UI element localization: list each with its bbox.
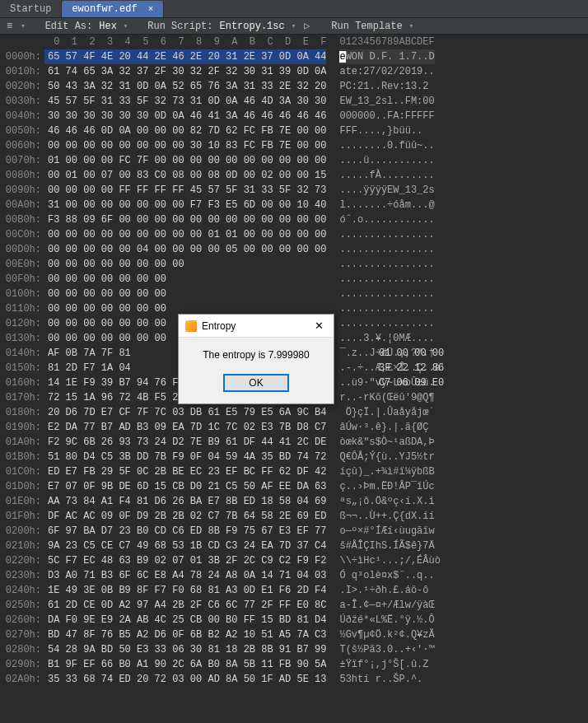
ascii-bytes[interactable]: Ö}çÏ.|.Ûaåyåjœ´	[339, 405, 434, 420]
run-script-value[interactable]: Entropy.1sc	[217, 21, 286, 32]
ascii-bytes[interactable]: ................	[339, 272, 434, 287]
ascii-bytes[interactable]: eWON D.F. 1.7..D	[339, 49, 434, 64]
hex-bytes[interactable]: BD 47 8F 76 B5 A2 D6 0F 6B B2 A2 10 51 A…	[44, 627, 326, 642]
hex-bytes[interactable]: 00 00 00 00 00 00 00 00 30 10 83 FC FB 7…	[44, 138, 326, 153]
hex-bytes[interactable]: 1E 49 3E 0B B9 8F F7 F0 68 81 A3 0D E1 F…	[44, 583, 326, 598]
ascii-bytes[interactable]: ................	[339, 287, 434, 301]
hex-row[interactable]: 01D0h:E7 07 0F 9B DE 6D 15 CB D0 21 C5 5…	[0, 479, 588, 494]
tab-startup[interactable]: Startup	[0, 1, 62, 17]
hex-bytes[interactable]: ED E7 FB 29 5F 0C 2B BE EC 23 EF BC FF 6…	[44, 464, 326, 479]
hex-bytes[interactable]: 20 D6 7D E7 CF 7F 7C 03 DB 61 E5 79 E5 6…	[44, 405, 326, 420]
hex-bytes[interactable]: 00 01 00 07 00 83 C0 08 00 08 0D 00 02 0…	[44, 168, 326, 183]
hex-row[interactable]: 0220h:5C F7 EC 48 63 B9 02 07 01 3B 2F 2…	[0, 553, 588, 568]
ascii-bytes[interactable]: r..-rKõ(Œëû'9@Q¶	[339, 390, 434, 405]
hex-bytes[interactable]: E2 DA 77 B7 AD B3 09 EA 7D 1C 7C 02 E3 7…	[44, 420, 326, 435]
hex-bytes[interactable]: DA F0 9E E9 2A AB 4C 25 CB 00 B0 FF 15 B…	[44, 613, 326, 627]
ascii-bytes[interactable]: Q€ÔÅ;Ý{ù..YJ5½tr	[339, 450, 434, 464]
hex-bytes[interactable]: 31 00 00 00 00 00 00 00 F7 F3 E5 6D 00 0…	[44, 198, 326, 212]
hex-row[interactable]: 0260h:DA F0 9E E9 2A AB 4C 25 CB 00 B0 F…	[0, 613, 588, 627]
hex-bytes[interactable]: 5C F7 EC 48 63 B9 02 07 01 3B 2F 2C C9 C…	[44, 553, 326, 568]
hex-bytes[interactable]: F3 88 09 6F 00 00 00 00 00 00 00 00 00 0…	[44, 212, 326, 227]
close-icon[interactable]: ×	[148, 4, 154, 14]
ascii-bytes[interactable]: .I>.¹÷ðh.£.áö-ô	[339, 583, 428, 598]
hex-bytes[interactable]: F2 9C 6B 26 93 73 24 D2 7E B9 61 DF 44 4…	[44, 435, 326, 450]
ascii-bytes[interactable]: ................	[339, 227, 434, 242]
tab-ewonfwr[interactable]: ewonfwr.edf ×	[62, 1, 164, 17]
ascii-bytes[interactable]: š#ÅÎÇIhS.ÍÃ$ê}7Ä	[339, 539, 434, 553]
ascii-bytes[interactable]: l.......÷óåm...@	[339, 198, 434, 212]
ascii-bytes[interactable]: ate:27/02/2019..	[339, 64, 434, 79]
hex-row[interactable]: 0070h:01 00 00 00 FC 7F 00 00 00 00 00 0…	[0, 153, 588, 168]
ascii-bytes[interactable]: âÚw·­³.ê}.|.ã{ØÇ	[339, 420, 428, 435]
hex-bytes[interactable]: 01 00 00 00 FC 7F 00 00 00 00 00 00 00 0…	[44, 153, 326, 168]
close-icon[interactable]: ✕	[311, 320, 327, 332]
ascii-bytes[interactable]: ........0.füû~..	[339, 138, 434, 153]
hex-row[interactable]: 01F0h:DF AC AC 09 0F D9 2B 2B 02 C7 7B 6…	[0, 509, 588, 524]
hex-bytes[interactable]: D3 A0 71 B3 6F 6C E8 A4 78 24 A8 0A 14 7…	[44, 568, 326, 583]
ascii-bytes[interactable]: ................	[339, 257, 434, 272]
ascii-bytes[interactable]: \\÷ìHc¹...;/,ÉÂùò	[339, 553, 440, 568]
hex-bytes[interactable]: 00 00 00 00 00 04 00 00 00 00 05 00 00 0…	[44, 242, 326, 257]
ascii-bytes[interactable]: .....fÀ.........	[339, 168, 434, 183]
hex-row[interactable]: 0050h:46 46 46 0D 0A 00 00 00 82 7D 62 F…	[0, 124, 588, 138]
hex-row[interactable]: 0270h:BD 47 8F 76 B5 A2 D6 0F 6B B2 A2 1…	[0, 627, 588, 642]
hex-bytes[interactable]: B1 9F EF 66 B0 A1 90 2C 6A B0 8A 5B 11 F…	[44, 657, 326, 672]
ascii-bytes[interactable]: PC:21..Rev:13.2	[339, 79, 434, 94]
ascii-bytes[interactable]: Úðžé*«L%Ë.°ÿ.½.Ô	[339, 613, 434, 627]
hex-row[interactable]: 01B0h:51 80 D4 C5 3B DD 7B F9 0F 04 59 4…	[0, 450, 588, 464]
hex-row[interactable]: 0090h:00 00 00 00 FF FF FF FF 45 57 5F 3…	[0, 183, 588, 198]
hex-row[interactable]: 0290h:B1 9F EF 66 B0 A1 90 2C 6A B0 8A 5…	[0, 657, 588, 672]
ascii-bytes[interactable]: ß¬¬..Ù++.Ç{dX.ií	[339, 509, 434, 524]
hex-bytes[interactable]: 30 30 30 30 30 30 0D 0A 46 41 3A 46 46 4…	[44, 109, 326, 124]
ascii-bytes[interactable]: Ó q³olè¤x$¨..q..	[339, 568, 434, 583]
hex-bytes[interactable]: 54 28 9A BD 50 E3 33 06 30 81 18 2B 8B 9…	[44, 642, 326, 657]
hex-bytes[interactable]: 6F 97 BA D7 23 B0 CD C6 ED 8B F9 75 67 E…	[44, 524, 326, 539]
hex-row[interactable]: 0100h:00 00 00 00 00 00 00 .............…	[0, 287, 588, 301]
ok-button[interactable]: OK	[223, 374, 289, 392]
hex-bytes[interactable]: AA 73 84 A1 F4 81 D6 26 BA E7 8B ED 18 5…	[44, 494, 326, 509]
ascii-bytes[interactable]: ½Gv¶µ¢Ö.k²¢.Q¥zÃ	[339, 627, 434, 642]
hex-bytes[interactable]: 45 57 5F 31 33 5F 32 73 31 0D 0A 46 4D 3…	[44, 94, 326, 109]
hex-row[interactable]: 02A0h:35 33 68 74 ED 20 72 03 00 AD 8A 5…	[0, 672, 588, 687]
menu-icon[interactable]: ≡	[3, 21, 16, 32]
hex-row[interactable]: 0080h:00 01 00 07 00 83 C0 08 00 08 0D 0…	[0, 168, 588, 183]
hex-row[interactable]: 00C0h:00 00 00 00 00 00 00 00 00 01 01 0…	[0, 227, 588, 242]
hex-row[interactable]: 0000h:65 57 4F 4E 20 44 2E 46 2E 20 31 2…	[0, 49, 588, 64]
ascii-bytes[interactable]: o—º×#°ÍÆí‹ùugãïw	[339, 524, 434, 539]
ascii-bytes[interactable]: ªs„¡ô.Ö&ºç‹í.X.i	[339, 494, 434, 509]
hex-row[interactable]: 0010h:61 74 65 3A 32 37 2F 30 32 2F 32 3…	[0, 64, 588, 79]
ascii-bytes[interactable]: ................	[339, 301, 434, 316]
hex-bytes[interactable]: 61 2D CE 0D A2 97 A4 2B 2F C6 6C 77 2F F…	[44, 598, 326, 613]
ascii-bytes[interactable]: 53htí r..­ŠP.­^.	[339, 672, 422, 687]
hex-bytes[interactable]: 65 57 4F 4E 20 44 2E 46 2E 20 31 2E 37 0…	[44, 49, 326, 64]
hex-row[interactable]: 0060h:00 00 00 00 00 00 00 00 30 10 83 F…	[0, 138, 588, 153]
hex-row[interactable]: 0280h:54 28 9A BD 50 E3 33 06 30 81 18 2…	[0, 642, 588, 657]
ascii-bytes[interactable]: ....ÿÿÿÿEW_13_2s	[339, 183, 434, 198]
ascii-bytes[interactable]: ................	[339, 242, 434, 257]
hex-bytes[interactable]: 35 33 68 74 ED 20 72 03 00 AD 8A 50 1F A…	[44, 672, 326, 687]
ascii-bytes[interactable]: óˆ.o............	[339, 212, 434, 227]
ascii-bytes[interactable]: 000000..FA:FFFFF	[339, 109, 434, 124]
hex-bytes[interactable]: 00 00 00 00 00 00 00	[44, 272, 326, 287]
hex-bytes[interactable]: 00 00 00 00 00 00 00 00	[44, 257, 326, 272]
hex-row[interactable]: 01A0h:F2 9C 6B 26 93 73 24 D2 7E B9 61 D…	[0, 435, 588, 450]
hex-row[interactable]: 00D0h:00 00 00 00 00 04 00 00 00 00 05 0…	[0, 242, 588, 257]
hex-row[interactable]: 0200h:6F 97 BA D7 23 B0 CD C6 ED 8B F9 7…	[0, 524, 588, 539]
hex-bytes[interactable]: 50 43 3A 32 31 0D 0A 52 65 76 3A 31 33 2…	[44, 79, 326, 94]
hex-row[interactable]: 0030h:45 57 5F 31 33 5F 32 73 31 0D 0A 4…	[0, 94, 588, 109]
hex-row[interactable]: 0020h:50 43 3A 32 31 0D 0A 52 65 76 3A 3…	[0, 79, 588, 94]
chevron-down-icon[interactable]: ▾	[408, 21, 415, 30]
edit-as-value[interactable]: Hex	[97, 21, 119, 32]
hex-row[interactable]: 0180h:20 D6 7D E7 CF 7F 7C 03 DB 61 E5 7…	[0, 405, 588, 420]
dialog-titlebar[interactable]: Entropy ✕	[179, 315, 334, 338]
hex-bytes[interactable]: 00 00 00 00 00 00 00	[44, 287, 326, 301]
ascii-bytes[interactable]: ................	[339, 316, 434, 331]
ascii-bytes[interactable]: FFF....,}büü..	[339, 124, 422, 138]
hex-bytes[interactable]: DF AC AC 09 0F D9 2B 2B 02 C7 7B 64 58 2…	[44, 509, 326, 524]
hex-row[interactable]: 01C0h:ED E7 FB 29 5F 0C 2B BE EC 23 EF B…	[0, 464, 588, 479]
hex-row[interactable]: 0250h:61 2D CE 0D A2 97 A4 2B 2F C6 6C 7…	[0, 598, 588, 613]
hex-row[interactable]: 0210h:9A 23 C5 CE C7 49 68 53 1B CD C3 2…	[0, 539, 588, 553]
chevron-down-icon[interactable]: ▾	[290, 21, 297, 30]
hex-row[interactable]: 00A0h:31 00 00 00 00 00 00 00 F7 F3 E5 6…	[0, 198, 588, 212]
hex-row[interactable]: 00E0h:00 00 00 00 00 00 00 00 ..........…	[0, 257, 588, 272]
